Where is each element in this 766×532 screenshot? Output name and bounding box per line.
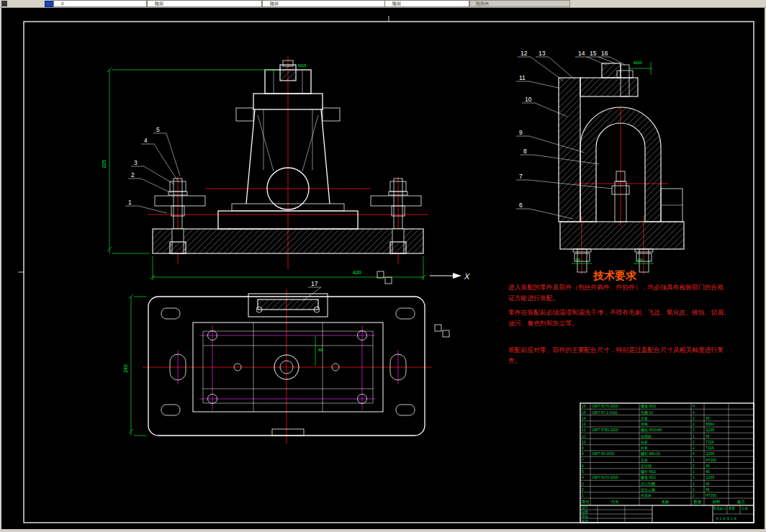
- dim-front-width: 420: [353, 270, 361, 275]
- drawing-canvas[interactable]: 225 420 M16 1 2 3 4 5: [0, 7, 766, 532]
- balloon-17: 17: [311, 280, 318, 287]
- titleblock-label: 设计: [582, 505, 589, 510]
- balloon-4: 4: [144, 137, 148, 144]
- bom-cell: 4: [582, 475, 584, 479]
- section-marks: [377, 271, 449, 337]
- dim-plan-center: 60: [318, 348, 323, 352]
- bom-cell: 16: [582, 404, 586, 408]
- tech-line: 零件在装配前必须清理和清洗干净，不得有毛刺、飞边、氧化皮、锈蚀、切屑、: [508, 309, 730, 316]
- dim-side-bolt-left: 70: [575, 258, 580, 262]
- bom-cell: Q235: [706, 475, 714, 479]
- bom-cell: HT200: [706, 493, 716, 497]
- bom-cell: GB/T 5782-2000: [592, 428, 618, 432]
- bom-cell: 11: [582, 434, 585, 438]
- bom-cell: 6: [582, 464, 584, 468]
- balloon-13: 13: [539, 50, 546, 57]
- balloon-3: 3: [134, 159, 138, 166]
- layer-combo[interactable]: 0: [53, 0, 147, 7]
- balloon-9: 9: [519, 129, 523, 136]
- bom-cell: 支座: [641, 458, 648, 463]
- base-plate-section: [153, 229, 423, 253]
- bom-cell: 1: [693, 469, 695, 474]
- x-axis-label: X: [464, 272, 470, 281]
- app-icon[interactable]: [1, 1, 7, 6]
- bom-cell: 14: [582, 416, 586, 420]
- bom-cell: 9: [582, 446, 584, 450]
- color-combo[interactable]: 随层: [147, 0, 262, 7]
- dim-side-bolt-right: 60: [638, 258, 643, 262]
- bom-cell: 1: [693, 482, 695, 486]
- bom-cell: 45: [706, 416, 710, 420]
- x-axis-indicator: X: [430, 272, 470, 281]
- bom-cell: 垫圈 10: [641, 410, 653, 415]
- bom-cell: 弹簧: [641, 422, 648, 427]
- bom-cell: 45: [706, 464, 710, 468]
- bom-cell: 定位心轴: [641, 487, 655, 492]
- front-view: [148, 56, 428, 269]
- bom-cell: 压板: [641, 416, 648, 420]
- bom-cell: 4: [693, 451, 695, 456]
- balloon-2: 2: [131, 171, 135, 179]
- scale-label: 比例: [742, 507, 749, 511]
- bom-cell: 2: [693, 446, 695, 450]
- bom-cell: 65Mn: [706, 422, 715, 426]
- bom-cell: Q235: [706, 451, 714, 456]
- cad-application-window: 0 随层 随层 随层 随颜色: [0, 0, 766, 532]
- titleblock-label: 批准: [581, 519, 589, 523]
- tech-line: 证方能进行装配。: [508, 294, 559, 302]
- bom-header: 数量: [694, 500, 703, 504]
- bom-header: 序号: [582, 500, 590, 505]
- bom-cell: 45: [706, 482, 710, 486]
- bom-cell: 开口垫圈: [641, 482, 655, 487]
- balloon-1: 1: [128, 199, 132, 206]
- bom-cell: 4: [693, 410, 695, 415]
- dim-front-thread: M16: [298, 63, 307, 68]
- bom-cell: GB/T 6170-2000: [592, 475, 618, 479]
- bom-rows: 16GB/T 6170-2000螺母 M10415GB/T 97.1-2002垫…: [580, 403, 754, 505]
- bom-cell: 钻套: [641, 440, 648, 444]
- side-view: [559, 63, 684, 275]
- technical-requirements: 技术要求 进入装配的零件及部件（包括外购件、外协件），均必须具有检验部门的合格 …: [508, 269, 730, 364]
- lineweight-combo[interactable]: 随层: [384, 0, 469, 7]
- bom-cell: 1: [693, 487, 695, 492]
- bom-cell: 螺栓 M10×80: [641, 428, 662, 433]
- bom-cell: 1: [693, 434, 695, 438]
- bom-cell: 2: [693, 422, 695, 426]
- side-column-section: [559, 78, 580, 222]
- titleblock-label: 审核: [582, 515, 589, 518]
- balloon-12: 12: [521, 50, 528, 57]
- bom-cell: 2: [693, 428, 695, 432]
- bom-cell: 5: [582, 469, 584, 474]
- bom-cell: 45: [706, 487, 710, 492]
- bom-cell: 10: [582, 440, 586, 444]
- linetype-combo[interactable]: 随层: [262, 0, 386, 7]
- bom-cell: 螺钉 M6×16: [641, 451, 660, 456]
- bom-cell: 钻模板: [641, 434, 652, 438]
- tech-line: 装配前应对零、部件的主要配合尺寸，特别是过盈配合尺寸及相关精度进行复: [508, 346, 724, 353]
- bom-cell: 夹具体: [641, 493, 652, 497]
- balloon-8: 8: [523, 148, 527, 155]
- side-base-section: [560, 222, 684, 249]
- front-view-balloons: 1 2 3 4 5: [125, 126, 180, 213]
- x-axis-arrow-icon: [453, 273, 461, 279]
- bom-cell: GB/T 65-2000: [592, 451, 615, 456]
- bom-header: 名称: [662, 500, 670, 504]
- bom-cell: HT200: [706, 458, 716, 462]
- balloon-16: 16: [601, 50, 608, 57]
- top-plug-section: [280, 65, 296, 81]
- plan-view: [143, 289, 432, 443]
- bom-cell: 2: [582, 487, 584, 492]
- balloon-11: 11: [519, 74, 526, 81]
- bom-cell: 螺杆 M12: [641, 469, 656, 474]
- bom-header: 代号: [610, 500, 620, 504]
- sheet-info: 共 1 张 第 1 张: [716, 517, 737, 520]
- balloon-7: 7: [519, 173, 523, 180]
- bom-cell: 螺母 M12: [641, 475, 656, 479]
- dim-front-height: 225: [102, 160, 107, 168]
- balloon-6: 6: [519, 202, 523, 209]
- tech-line: 进入装配的零件及部件（包括外购件、外协件），均必须具有检验部门的合格: [508, 284, 724, 291]
- bom-cell: 4: [693, 404, 695, 408]
- bom-cell: 1: [582, 493, 584, 497]
- dim-side-thread: M10: [634, 60, 642, 65]
- bom-cell: 2: [693, 440, 695, 444]
